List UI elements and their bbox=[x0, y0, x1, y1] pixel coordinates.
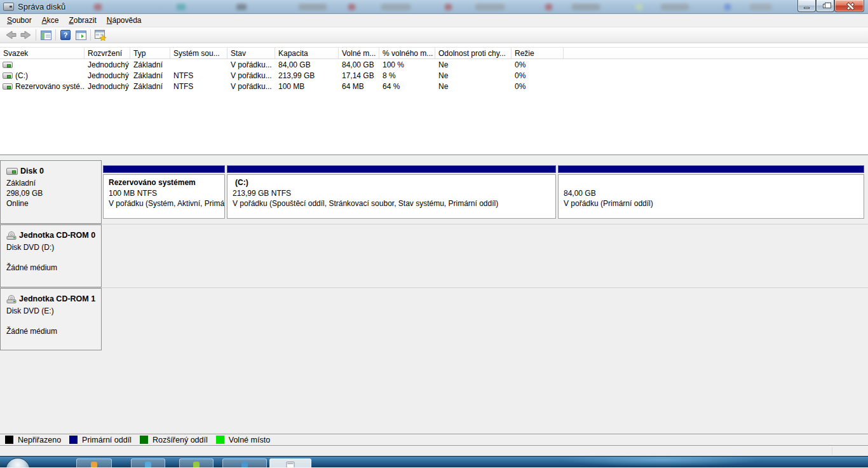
cell-kapacita: 84,00 GB bbox=[275, 60, 339, 69]
graphical-view-pane: Disk 0 Základní 298,09 GB Online Rezervo… bbox=[0, 160, 868, 446]
cell-typ: Základní bbox=[130, 82, 170, 91]
partition-title: Rezervováno systémem bbox=[109, 177, 219, 188]
column-header-rozvrzeni[interactable]: Rozvržení bbox=[85, 48, 130, 59]
cell-stav: V pořádku... bbox=[227, 71, 275, 80]
column-header-rezie[interactable]: Režie bbox=[512, 48, 564, 59]
cell-stav: V pořádku... bbox=[227, 82, 275, 91]
volume-table-header: Svazek Rozvržení Typ Systém sou... Stav … bbox=[0, 47, 868, 59]
disk-0-partition-track: Rezervováno systémem 100 MB NTFS V pořád… bbox=[102, 160, 868, 224]
column-header-kapacita[interactable]: Kapacita bbox=[275, 48, 339, 59]
cell-typ: Základní bbox=[130, 71, 170, 80]
legend-primary-partition: Primární oddíl bbox=[69, 436, 132, 444]
window-controls bbox=[797, 0, 864, 12]
cell-procent: 8 % bbox=[379, 71, 435, 80]
partition-status: V pořádku (Systém, Aktivní, Primá bbox=[109, 198, 219, 209]
free-space-color-swatch bbox=[216, 436, 224, 444]
disk-actions-icon bbox=[95, 30, 106, 41]
cell-rozvrzeni: Jednoduchý bbox=[85, 82, 130, 91]
primary-color-swatch bbox=[69, 436, 78, 444]
partition-c[interactable]: (C:) 213,99 GB NTFS V pořádku (Spouštěcí… bbox=[227, 165, 556, 219]
toolbar: ? bbox=[0, 27, 868, 43]
help-icon: ? bbox=[60, 30, 71, 40]
cdrom-drive-letter: Disk DVD (D:) bbox=[6, 242, 98, 252]
column-header-stav[interactable]: Stav bbox=[227, 48, 275, 59]
status-bar bbox=[0, 446, 868, 456]
partition-color-bar bbox=[227, 165, 556, 173]
volume-list-pane: Svazek Rozvržení Typ Systém sou... Stav … bbox=[0, 43, 868, 155]
cdrom-0-info-panel[interactable]: Jednotka CD-ROM 0 Disk DVD (D:) Žádné mé… bbox=[0, 224, 102, 287]
menu-napoveda[interactable]: Nápověda bbox=[102, 15, 147, 27]
window-app-icon bbox=[287, 462, 295, 467]
taskbar-button-2[interactable] bbox=[131, 458, 165, 467]
console-tree-button[interactable] bbox=[38, 28, 53, 42]
cdrom-name: Jednotka CD-ROM 0 bbox=[19, 230, 95, 240]
restore-button[interactable] bbox=[816, 0, 834, 12]
disk-type: Základní bbox=[6, 178, 98, 188]
show-hide-pane-button[interactable] bbox=[73, 28, 88, 42]
taskbar-button-4[interactable] bbox=[222, 458, 267, 467]
back-button[interactable] bbox=[3, 28, 18, 42]
column-header-procento-volneho[interactable]: % volného m... bbox=[379, 48, 435, 59]
forward-arrow-icon bbox=[20, 30, 32, 40]
restore-icon bbox=[823, 4, 828, 8]
forward-button[interactable] bbox=[18, 28, 34, 42]
cdrom-media-status: Žádné médium bbox=[6, 326, 98, 336]
menu-zobrazit[interactable]: Zobrazit bbox=[64, 15, 101, 27]
title-bar: Správa disků bbox=[0, 0, 868, 14]
cell-odolnost: Ne bbox=[435, 60, 512, 69]
close-button[interactable] bbox=[834, 0, 864, 12]
cdrom-media-status: Žádné médium bbox=[6, 263, 98, 273]
volume-icon bbox=[3, 62, 13, 68]
disk-actions-button[interactable] bbox=[93, 28, 108, 42]
column-header-volne-misto[interactable]: Volné m... bbox=[339, 48, 379, 59]
back-arrow-icon bbox=[5, 30, 17, 40]
cell-system: NTFS bbox=[170, 71, 227, 80]
partition-size: 100 MB NTFS bbox=[109, 188, 219, 199]
partition-status: V pořádku (Spouštěcí oddíl, Stránkovací … bbox=[233, 198, 550, 209]
console-tree-icon bbox=[41, 31, 51, 40]
cell-typ: Základní bbox=[130, 60, 170, 69]
legend-extended-partition: Rozšířený oddíl bbox=[140, 436, 208, 444]
partition-unlabeled[interactable]: 84,00 GB V pořádku (Primární oddíl) bbox=[558, 165, 864, 219]
cell-kapacita: 213,99 GB bbox=[275, 71, 339, 80]
partition-status: V pořádku (Primární oddíl) bbox=[564, 198, 858, 209]
taskbar-button-active[interactable] bbox=[269, 458, 311, 467]
disk-management-window: Správa disků Soubor Akce Zobrazit Nápově… bbox=[0, 0, 868, 456]
cell-volne: 17,14 GB bbox=[339, 71, 379, 80]
column-header-svazek[interactable]: Svazek bbox=[0, 48, 85, 59]
taskbar-sheen bbox=[559, 456, 763, 467]
volume-row-c[interactable]: (C:) Jednoduchý Základní NTFS V pořádku.… bbox=[0, 70, 868, 81]
app-icon bbox=[3, 3, 14, 11]
column-header-odolnost[interactable]: Odolnost proti chy... bbox=[435, 48, 512, 59]
partition-title: (C:) bbox=[233, 177, 550, 188]
minimize-button[interactable] bbox=[797, 0, 816, 12]
volume-row-unlabeled[interactable]: Jednoduchý Základní V pořádku... 84,00 G… bbox=[0, 59, 868, 70]
pane-splitter[interactable] bbox=[0, 155, 868, 160]
cell-rozvrzeni: Jednoduchý bbox=[85, 71, 130, 80]
partition-system-reserved[interactable]: Rezervováno systémem 100 MB NTFS V pořád… bbox=[103, 165, 225, 219]
menu-bar: Soubor Akce Zobrazit Nápověda bbox=[0, 14, 868, 27]
help-button[interactable]: ? bbox=[58, 28, 73, 42]
volume-row-rezervovano[interactable]: Rezervováno systé... Jednoduchý Základní… bbox=[0, 81, 868, 92]
windows-taskbar bbox=[0, 456, 868, 467]
cdrom-1-row: Jednotka CD-ROM 1 Disk DVD (E:) Žádné mé… bbox=[0, 287, 868, 350]
column-header-system-souboru[interactable]: Systém sou... bbox=[170, 48, 227, 59]
menu-soubor[interactable]: Soubor bbox=[2, 15, 37, 27]
partition-size: 84,00 GB bbox=[564, 188, 858, 199]
partition-color-bar bbox=[558, 165, 864, 173]
cell-system: NTFS bbox=[170, 82, 227, 91]
cdrom-1-info-panel[interactable]: Jednotka CD-ROM 1 Disk DVD (E:) Žádné mé… bbox=[0, 288, 102, 350]
disk-0-info-panel[interactable]: Disk 0 Základní 298,09 GB Online bbox=[0, 160, 102, 224]
taskbar-button-1[interactable] bbox=[76, 458, 112, 467]
column-header-typ[interactable]: Typ bbox=[130, 48, 170, 59]
partition-color-bar bbox=[103, 165, 225, 173]
cdrom-icon bbox=[6, 231, 17, 240]
taskbar-button-3[interactable] bbox=[179, 458, 214, 467]
menu-akce[interactable]: Akce bbox=[37, 15, 64, 27]
disk-icon bbox=[6, 168, 18, 175]
cell-rezie: 0% bbox=[512, 82, 564, 91]
cell-rezie: 0% bbox=[512, 60, 564, 69]
cdrom-0-empty-track bbox=[102, 224, 868, 287]
disk-name: Disk 0 bbox=[20, 166, 44, 176]
start-button[interactable] bbox=[6, 458, 30, 467]
